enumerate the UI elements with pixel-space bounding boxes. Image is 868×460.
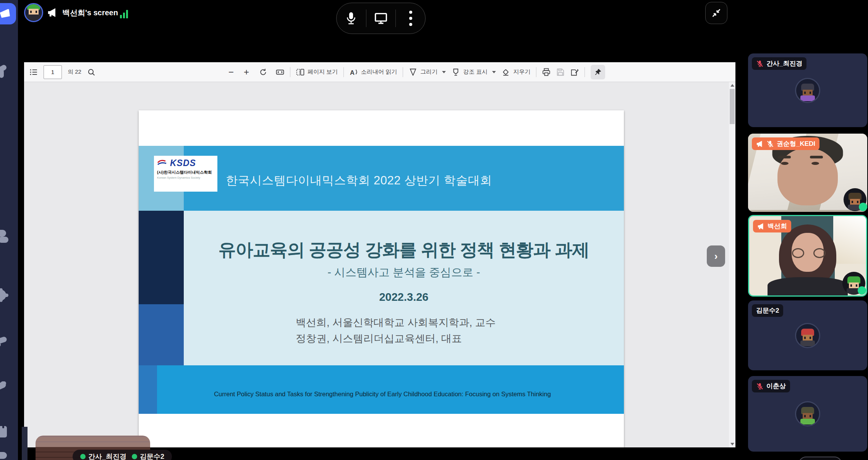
- fit-to-width-icon[interactable]: [276, 68, 284, 76]
- participant-badge: 백선희: [753, 220, 791, 232]
- print-icon[interactable]: [542, 68, 551, 76]
- kebab-menu-icon: [409, 11, 412, 26]
- online-status-dot: [80, 454, 86, 459]
- logo-acronym: KSDS: [170, 158, 196, 168]
- participant-tile[interactable]: 권순형_KEDI: [748, 134, 867, 212]
- call-controls: [336, 3, 426, 34]
- participant-tile-active-speaker[interactable]: 백선희: [748, 215, 867, 297]
- megaphone-rail-icon[interactable]: [0, 334, 9, 349]
- participant-avatar: [795, 401, 820, 426]
- chat-icon[interactable]: [0, 229, 9, 244]
- save-as-icon[interactable]: [570, 68, 579, 76]
- participant-tile[interactable]: 간사_최진경: [748, 53, 867, 127]
- more-options-button[interactable]: [402, 8, 419, 29]
- slide-footer-band: Current Policy Status and Tasks for Stre…: [139, 365, 624, 414]
- online-status-dot: [132, 454, 137, 459]
- build-tool-icon[interactable]: [0, 64, 9, 79]
- participant-avatar: [795, 323, 820, 348]
- slide-subtitle: - 시스템사고 분석을 중심으로 -: [184, 265, 624, 280]
- participant-name: 김문수2: [756, 306, 779, 315]
- presenter-avatar[interactable]: [24, 3, 43, 22]
- chevron-right-icon: ›: [714, 250, 718, 262]
- participant-tile[interactable]: 이춘상: [748, 376, 867, 452]
- online-status-dot: [858, 286, 866, 295]
- map-participant-name: 간사_최진경: [88, 452, 126, 460]
- map-nameplates: 간사_최진경 김문수2: [73, 450, 172, 460]
- author-line-1: 백선희, 서울신학대학교 사회복지학과, 교수: [296, 315, 496, 331]
- pdf-content-area[interactable]: KSDS (사)한국시스템다이내믹스학회 Korean System Dynam…: [24, 82, 735, 447]
- scrollbar-thumb[interactable]: [730, 89, 735, 124]
- author-line-2: 정창권, 시스템리더십교육센터, 대표: [296, 331, 496, 347]
- eraser-icon: [502, 68, 510, 76]
- pin-toolbar-button[interactable]: [591, 65, 605, 79]
- map-participant-name: 김문수2: [140, 452, 164, 460]
- mic-muted-icon: [756, 60, 764, 68]
- screen-share-title: 백선희's screen: [62, 8, 118, 18]
- participant-avatar: [795, 78, 820, 103]
- home-button[interactable]: [0, 3, 16, 24]
- logo-org-kr: (사)한국시스템다이내믹스학회: [157, 170, 214, 175]
- divider: [395, 10, 396, 27]
- save-icon[interactable]: [556, 68, 565, 76]
- rotate-icon[interactable]: [259, 68, 267, 76]
- map-object: [22, 427, 28, 460]
- slide-authors: 백선희, 서울신학대학교 사회복지학과, 교수 정창권, 시스템리더십교육센터,…: [296, 315, 496, 347]
- microphone-button[interactable]: [343, 8, 360, 29]
- highlighter-icon: [452, 68, 460, 76]
- settings-gear-icon[interactable]: [0, 288, 9, 303]
- read-aloud-button[interactable]: A 소리내어 읽기: [350, 68, 397, 76]
- screenshare-button[interactable]: [372, 8, 389, 29]
- ksds-logo: KSDS (사)한국시스템다이내믹스학회 Korean System Dynam…: [154, 156, 217, 192]
- highlight-button[interactable]: 강조 표시: [452, 68, 496, 76]
- participant-name: 백선희: [768, 222, 787, 231]
- svg-text:A: A: [350, 69, 355, 76]
- chevron-down-icon: [492, 71, 496, 73]
- zoom-in-button[interactable]: +: [244, 67, 249, 77]
- slide-1: KSDS (사)한국시스템다이내믹스학회 Korean System Dynam…: [139, 146, 624, 414]
- page-number-input[interactable]: [44, 65, 62, 79]
- participant-name: 권순형_KEDI: [777, 139, 815, 148]
- page-view-button[interactable]: 페이지 보기: [296, 68, 338, 76]
- participant-badge: 김문수2: [752, 304, 783, 317]
- online-status-dot: [859, 203, 867, 211]
- logo-org-en: Korean System Dynamics Society: [157, 176, 214, 179]
- participant-badge: 간사_최진경: [752, 57, 806, 70]
- participant-badge: 권순형_KEDI: [752, 137, 819, 150]
- hand-raise-icon[interactable]: [0, 380, 9, 395]
- chevron-down-icon: [442, 71, 446, 73]
- participant-badge: 이춘상: [752, 380, 790, 392]
- calendar-icon[interactable]: [0, 424, 9, 440]
- chat-bubble-icon[interactable]: [0, 451, 9, 460]
- gather-meeting-app: 백선희's screen 의 22: [0, 0, 868, 460]
- page-total-label: 의 22: [68, 68, 81, 76]
- app-logo-icon: [0, 8, 11, 19]
- megaphone-icon: [757, 223, 765, 230]
- slide-header-band: KSDS (사)한국시스템다이내믹스학회 Korean System Dynam…: [139, 146, 624, 211]
- mic-muted-icon: [766, 140, 774, 148]
- scroll-up-arrow[interactable]: [730, 84, 734, 87]
- draw-button[interactable]: 그리기: [409, 68, 446, 76]
- participant-name: 이춘상: [766, 382, 786, 391]
- slide-date: 2022.3.26: [184, 291, 624, 303]
- pdf-scrollbar[interactable]: [729, 82, 735, 447]
- read-aloud-icon: A: [350, 68, 358, 76]
- scroll-down-arrow[interactable]: [730, 443, 734, 445]
- left-sidebar: [0, 0, 18, 460]
- page-view-icon: [296, 68, 304, 76]
- minimize-screen-button[interactable]: [705, 2, 727, 24]
- sidebar-more-button[interactable]: [798, 457, 842, 460]
- pdf-viewer-window: 의 22 − + 페이지 보기: [24, 62, 735, 447]
- participant-name: 간사_최진경: [766, 59, 802, 68]
- erase-button[interactable]: 지우기: [502, 68, 530, 76]
- participant-tile[interactable]: 김문수2: [748, 300, 867, 370]
- pdf-page-1: KSDS (사)한국시스템다이내믹스학회 Korean System Dynam…: [139, 110, 624, 447]
- slide-title: 유아교육의 공공성 강화를 위한 정책 현황과 과제: [184, 238, 624, 262]
- pdf-toolbar: 의 22 − + 페이지 보기: [24, 62, 735, 82]
- toc-icon[interactable]: [29, 68, 38, 76]
- next-screen-button[interactable]: ›: [707, 245, 725, 267]
- conference-title: 한국시스템다이내믹스학회 2022 상반기 학술대회: [226, 173, 492, 189]
- search-icon[interactable]: [87, 68, 96, 76]
- connection-signal-icon: [120, 10, 128, 18]
- megaphone-icon: [47, 7, 57, 18]
- zoom-out-button[interactable]: −: [228, 67, 234, 77]
